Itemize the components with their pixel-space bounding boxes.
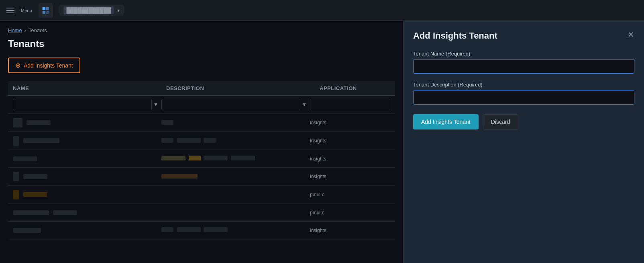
col-description: Description	[161, 81, 315, 95]
row-app: insights	[310, 116, 390, 129]
row-name	[13, 152, 161, 165]
app-filter-input[interactable]	[310, 99, 390, 110]
row-name	[13, 114, 161, 132]
breadcrumb-current: Tenants	[29, 27, 47, 33]
row-app: insights	[310, 224, 390, 237]
row-name	[13, 168, 161, 185]
svg-rect-1	[46, 7, 49, 10]
row-app: insights	[310, 170, 390, 183]
filter-row: ▼ ▼	[8, 96, 395, 114]
tenant-desc-label: Tenant Description (Required)	[413, 82, 634, 88]
panel-title: Add Insights Tenant	[413, 31, 497, 41]
row-desc-block	[161, 138, 173, 143]
panel-actions: Add Insights Tenant Discard	[413, 114, 634, 129]
tenant-desc-input[interactable]	[413, 90, 634, 105]
top-nav: Menu ████████████ ▾	[0, 0, 644, 21]
row-name	[13, 132, 161, 150]
row-desc-block3	[204, 138, 216, 143]
row-desc	[161, 209, 310, 217]
row-desc	[161, 223, 310, 237]
row-app: insights	[310, 152, 390, 166]
row-desc	[161, 116, 310, 130]
table-row: insights	[8, 114, 395, 132]
add-insights-tenant-button[interactable]: ⊕ Add Insights Tenant	[8, 58, 80, 73]
app-filter-cell	[310, 99, 390, 110]
row-name	[13, 224, 161, 237]
row-desc-block2	[177, 138, 201, 143]
row-app: pmul-c	[310, 206, 390, 220]
tenant-name-label: Tenant Name (Required)	[413, 51, 634, 57]
chevron-down-icon[interactable]: ▾	[117, 8, 120, 13]
row-icon	[13, 118, 22, 127]
row-icon	[13, 190, 19, 199]
content-area: Home › Tenants Tenants ⊕ Add Insights Te…	[0, 21, 403, 263]
row-name	[13, 206, 161, 219]
row-desc-block3	[204, 227, 228, 232]
row-desc-block	[161, 120, 173, 125]
add-tenant-panel: Add Insights Tenant ✕ Tenant Name (Requi…	[403, 21, 644, 263]
desc-filter-icon[interactable]: ▼	[302, 102, 307, 107]
panel-discard-button[interactable]: Discard	[483, 114, 518, 129]
desc-filter-input[interactable]	[161, 99, 300, 110]
row-desc	[161, 152, 310, 166]
app-logo	[39, 3, 53, 18]
main-layout: Home › Tenants Tenants ⊕ Add Insights Te…	[0, 21, 644, 263]
add-button-label: Add Insights Tenant	[24, 62, 73, 69]
col-name: Name	[8, 81, 161, 95]
row-desc-block2	[177, 227, 201, 232]
row-desc	[161, 134, 310, 148]
table-row: insights	[8, 168, 395, 186]
row-name-block	[23, 138, 59, 143]
row-name-block	[23, 192, 47, 197]
row-app: insights	[310, 134, 390, 148]
row-name	[13, 186, 161, 203]
row-desc	[161, 191, 310, 199]
plus-icon: ⊕	[15, 62, 20, 69]
row-name-block	[13, 210, 49, 215]
row-desc-block4	[231, 156, 255, 160]
row-app: pmul-c	[310, 188, 390, 201]
breadcrumb-separator: ›	[24, 27, 26, 33]
page-title: Tenants	[8, 38, 395, 49]
menu-button[interactable]	[6, 8, 14, 13]
row-icon	[13, 136, 19, 146]
menu-label: Menu	[21, 8, 32, 13]
panel-header: Add Insights Tenant ✕	[413, 31, 634, 41]
breadcrumb-home-link[interactable]: Home	[8, 27, 22, 33]
row-name-block	[26, 120, 51, 125]
table-row: pmul-c	[8, 204, 395, 222]
table-row: insights	[8, 222, 395, 239]
row-desc-block3	[204, 156, 228, 160]
row-desc-block	[161, 174, 198, 179]
tenant-name-input[interactable]	[413, 59, 634, 74]
row-desc-block	[161, 156, 185, 160]
svg-rect-0	[42, 7, 45, 10]
close-panel-button[interactable]: ✕	[628, 31, 634, 39]
desc-filter-cell: ▼	[161, 99, 307, 110]
svg-rect-2	[42, 10, 45, 13]
tenant-desc-field: Tenant Description (Required)	[413, 82, 634, 105]
svg-rect-3	[46, 10, 49, 13]
tenant-name-field: Tenant Name (Required)	[413, 51, 634, 74]
row-desc-block	[161, 227, 173, 232]
row-name-block	[23, 174, 47, 179]
breadcrumb: Home › Tenants	[8, 27, 395, 33]
row-name-block	[13, 156, 37, 161]
row-name-block2	[53, 210, 77, 215]
app-name-nav: ████████████ ▾	[59, 5, 124, 16]
table-header: Name Description Application	[8, 81, 395, 96]
col-application: Application	[315, 81, 395, 95]
name-filter-input[interactable]	[13, 99, 152, 110]
table-row: pmul-c	[8, 186, 395, 204]
table-row: insights	[8, 150, 395, 168]
row-desc-block2	[189, 156, 201, 160]
tenants-table: Name Description Application ▼ ▼	[8, 81, 395, 239]
name-filter-cell: ▼	[13, 99, 158, 110]
row-name-block	[13, 228, 41, 233]
row-icon	[13, 172, 19, 181]
row-desc	[161, 170, 310, 184]
table-row: insights	[8, 132, 395, 150]
panel-add-button[interactable]: Add Insights Tenant	[413, 114, 479, 129]
name-filter-icon[interactable]: ▼	[153, 102, 158, 107]
